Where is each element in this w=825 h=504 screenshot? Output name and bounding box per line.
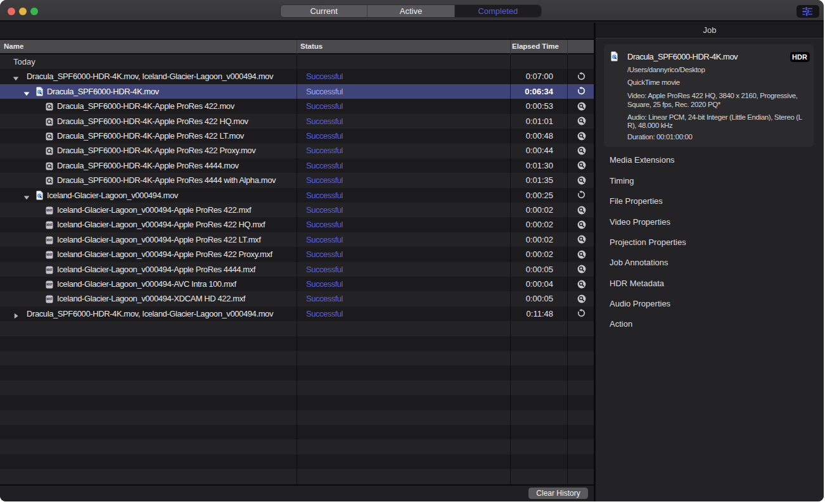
svg-text:MXF: MXF [46,253,53,256]
svg-text:MXF: MXF [46,298,53,301]
svg-text:MXF: MXF [46,239,53,242]
svg-text:MXF: MXF [46,209,53,212]
svg-text:MXF: MXF [46,224,53,227]
svg-text:MXF: MXF [46,268,53,272]
svg-text:MXF: MXF [46,283,53,286]
